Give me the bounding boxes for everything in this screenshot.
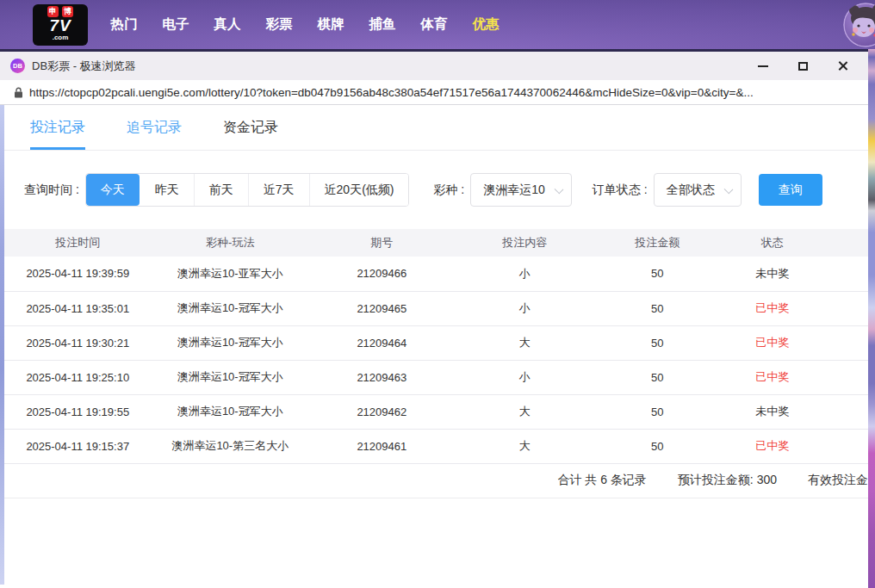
header-issue: 期号	[309, 229, 455, 257]
cell-amount: 50	[595, 291, 719, 325]
cell-time: 2025-04-11 19:35:01	[4, 291, 152, 325]
background-page-sliver	[868, 49, 875, 588]
logo-badge-1: 申	[47, 6, 59, 17]
time-option-yesterday[interactable]: 昨天	[140, 174, 194, 206]
minimize-button[interactable]	[756, 59, 770, 73]
time-option-20days[interactable]: 近20天(低频)	[309, 174, 409, 206]
chevron-down-icon	[723, 185, 733, 195]
summary-total-records: 合计 共 6 条记录	[557, 473, 646, 488]
summary-expected-amount: 预计投注金额: 300	[678, 473, 777, 488]
cell-issue: 21209464	[309, 325, 455, 360]
nav-item-promo[interactable]: 优惠	[460, 15, 512, 34]
logo-badge-2: 博	[62, 6, 73, 17]
table-row: 2025-04-11 19:35:01 澳洲幸运10-冠军大小 21209465…	[4, 291, 868, 325]
lottery-select-value: 澳洲幸运10	[483, 183, 545, 198]
table-row: 2025-04-11 19:25:10 澳洲幸运10-冠军大小 21209463…	[4, 360, 868, 394]
maximize-icon	[798, 62, 808, 71]
header-amount: 投注金额	[595, 229, 719, 257]
time-option-today[interactable]: 今天	[86, 174, 140, 206]
minimize-icon	[758, 65, 768, 67]
status-filter-label: 订单状态 :	[593, 183, 648, 198]
lock-icon	[14, 87, 23, 98]
nav-item-fishing[interactable]: 捕鱼	[357, 15, 408, 34]
record-tabs: 投注记录 追号记录 资金记录	[4, 105, 868, 150]
header-game-play: 彩种-玩法	[152, 229, 310, 257]
main-nav: 热门 电子 真人 彩票 棋牌 捕鱼 体育 优惠	[98, 15, 512, 34]
site-logo[interactable]: 申 博 7V .com	[33, 4, 88, 46]
nav-item-hot[interactable]: 热门	[98, 15, 150, 34]
header-content: 投注内容	[455, 229, 595, 257]
table-row: 2025-04-11 19:30:21 澳洲幸运10-冠军大小 21209464…	[4, 325, 868, 360]
logo-suffix: .com	[53, 34, 69, 41]
logo-text: 7V	[49, 17, 71, 34]
tab-fund-records[interactable]: 资金记录	[223, 119, 278, 150]
table-row: 2025-04-11 19:39:59 澳洲幸运10-亚军大小 21209466…	[4, 257, 868, 291]
cell-status: 已中奖	[719, 360, 868, 394]
time-option-day-before[interactable]: 前天	[194, 174, 248, 206]
cell-content: 大	[455, 325, 595, 360]
search-button[interactable]: 查询	[759, 174, 822, 206]
cell-status: 已中奖	[719, 325, 868, 360]
background-left-sliver	[0, 105, 4, 585]
cell-game: 澳洲幸运10-冠军大小	[152, 360, 310, 394]
header-status: 状态	[719, 229, 868, 257]
page-content: 投注记录 追号记录 资金记录 查询时间 : 今天 昨天 前天 近7天 近20天(…	[0, 105, 868, 585]
cell-amount: 50	[595, 360, 719, 394]
records-card: 投注记录 追号记录 资金记录 查询时间 : 今天 昨天 前天 近7天 近20天(…	[4, 105, 868, 585]
user-avatar[interactable]	[843, 3, 875, 47]
summary-valid-amount: 有效投注金	[808, 473, 868, 488]
cell-issue: 21209466	[309, 257, 455, 291]
cell-content: 大	[455, 429, 595, 463]
nav-item-live[interactable]: 真人	[202, 15, 253, 34]
site-top-bar: 申 博 7V .com 热门 电子 真人 彩票 棋牌 捕鱼 体育 优惠	[0, 0, 875, 49]
url-text[interactable]: https://ctopcp02pcali.uengi5e.com/lotter…	[29, 86, 754, 99]
cell-game: 澳洲幸运10-冠军大小	[152, 291, 310, 325]
cell-amount: 50	[595, 325, 719, 360]
cell-issue: 21209461	[309, 429, 455, 463]
cell-time: 2025-04-11 19:25:10	[4, 360, 152, 394]
address-bar[interactable]: https://ctopcp02pcali.uengi5e.com/lotter…	[0, 80, 868, 105]
bet-records-table: 投注时间 彩种-玩法 期号 投注内容 投注金额 状态 2025-04-11 19…	[4, 229, 868, 464]
lottery-select[interactable]: 澳洲幸运10	[470, 173, 572, 207]
cell-status: 未中奖	[719, 394, 868, 429]
nav-item-slots[interactable]: 电子	[150, 15, 202, 34]
cell-content: 小	[455, 360, 595, 394]
close-icon	[837, 60, 848, 71]
cell-content: 小	[455, 291, 595, 325]
cell-amount: 50	[595, 429, 719, 463]
cell-amount: 50	[595, 257, 719, 291]
cell-time: 2025-04-11 19:19:55	[4, 394, 152, 429]
order-status-select[interactable]: 全部状态	[654, 173, 742, 207]
cell-content: 大	[455, 394, 595, 429]
table-row: 2025-04-11 19:15:37 澳洲幸运10-第三名大小 2120946…	[4, 429, 868, 463]
cell-game: 澳洲幸运10-冠军大小	[152, 325, 310, 360]
chevron-down-icon	[554, 185, 563, 195]
cell-content: 小	[455, 257, 595, 291]
table-summary: 合计 共 6 条记录 预计投注金额: 300 有效投注金	[4, 464, 868, 498]
cell-time: 2025-04-11 19:30:21	[4, 325, 152, 360]
cell-game: 澳洲幸运10-第三名大小	[152, 429, 310, 463]
status-select-value: 全部状态	[667, 183, 715, 198]
nav-item-lottery[interactable]: 彩票	[253, 15, 305, 34]
cell-status: 已中奖	[719, 429, 868, 463]
time-filter-group: 今天 昨天 前天 近7天 近20天(低频)	[85, 173, 410, 207]
tabs-divider	[4, 150, 868, 151]
filter-bar: 查询时间 : 今天 昨天 前天 近7天 近20天(低频) 彩种 : 澳洲幸运10…	[24, 173, 868, 207]
tab-bet-records[interactable]: 投注记录	[30, 119, 85, 150]
cell-issue: 21209463	[309, 360, 455, 394]
time-option-7days[interactable]: 近7天	[248, 174, 309, 206]
cell-game: 澳洲幸运10-冠军大小	[152, 394, 310, 429]
browser-window: DB DB彩票 - 极速浏览器 https://ctopcp02pcali.ue…	[0, 49, 868, 588]
avatar-illustration	[843, 3, 875, 47]
window-controls	[756, 59, 868, 73]
close-button[interactable]	[835, 59, 849, 73]
header-bet-time: 投注时间	[4, 229, 152, 257]
lottery-filter-label: 彩种 :	[433, 183, 464, 198]
window-title: DB彩票 - 极速浏览器	[32, 59, 136, 74]
nav-item-sports[interactable]: 体育	[408, 15, 460, 34]
maximize-button[interactable]	[796, 59, 810, 73]
nav-item-cards[interactable]: 棋牌	[305, 15, 357, 34]
tab-chase-records[interactable]: 追号记录	[127, 119, 182, 150]
cell-status: 已中奖	[719, 291, 868, 325]
table-header-row: 投注时间 彩种-玩法 期号 投注内容 投注金额 状态	[4, 229, 868, 257]
